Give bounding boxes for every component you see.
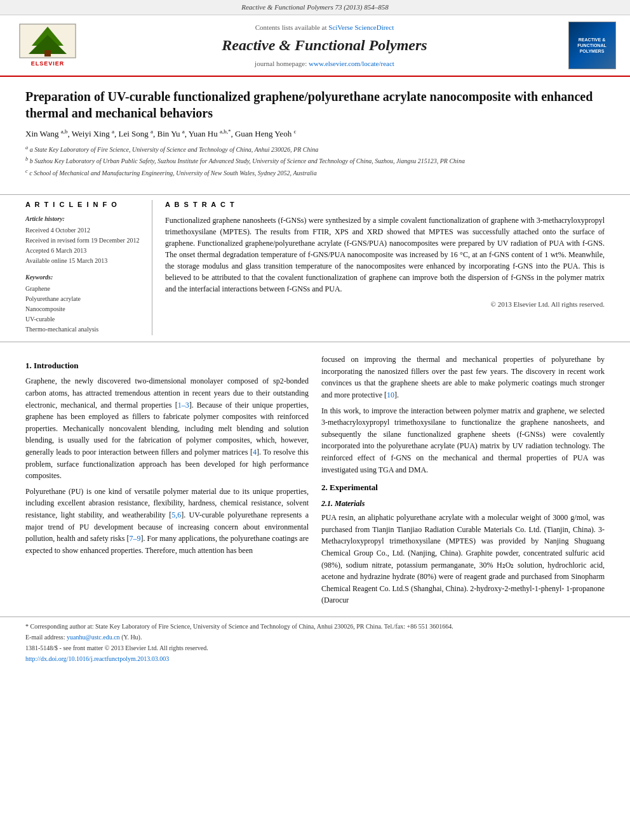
body-area: 1. Introduction Graphene, the newly disc… bbox=[0, 347, 630, 617]
keyword-4: UV-curable bbox=[25, 315, 142, 324]
abstract-text: Functionalized graphene nanosheets (f-GN… bbox=[165, 215, 605, 295]
history-revised: Received in revised form 19 December 201… bbox=[25, 236, 142, 245]
footnote-area: * Corresponding author at: State Key Lab… bbox=[0, 617, 630, 670]
materials-text: PUA resin, an aliphatic polyurethane acr… bbox=[321, 512, 605, 606]
article-info-column: A R T I C L E I N F O Article history: R… bbox=[25, 200, 152, 335]
ref-4[interactable]: 4 bbox=[253, 448, 257, 457]
keywords-label: Keywords: bbox=[25, 273, 142, 282]
article-info-heading: A R T I C L E I N F O bbox=[25, 200, 142, 210]
sciverse-link-text: Contents lists available at SciVerse Sci… bbox=[89, 23, 560, 32]
abstract-heading: A B S T R A C T bbox=[165, 200, 605, 210]
svg-rect-3 bbox=[44, 50, 51, 57]
intro-para-4: In this work, to improve the interaction… bbox=[321, 405, 605, 476]
journal-homepage: journal homepage: www.elsevier.com/locat… bbox=[89, 59, 560, 69]
body-left-column: 1. Introduction Graphene, the newly disc… bbox=[25, 354, 309, 610]
divider-2 bbox=[0, 342, 630, 342]
affiliations: a a State Key Laboratory of Fire Science… bbox=[25, 144, 605, 178]
ref-10[interactable]: 10 bbox=[387, 390, 394, 399]
intro-para-3: focused on improving the thermal and mec… bbox=[321, 354, 605, 401]
rfp-logo: REACTIVE & FUNCTIONAL POLYMERS bbox=[568, 22, 616, 69]
keyword-1: Graphene bbox=[25, 284, 142, 293]
journal-title: Reactive & Functional Polymers bbox=[89, 35, 560, 57]
rfp-logo-text: REACTIVE & FUNCTIONAL POLYMERS bbox=[572, 37, 612, 54]
ref-1-3[interactable]: 1–3 bbox=[178, 401, 189, 410]
elsevier-label: ELSEVIER bbox=[31, 60, 65, 68]
intro-para-1: Graphene, the newly discovered two-dimen… bbox=[25, 375, 309, 481]
history-received: Received 4 October 2012 bbox=[25, 226, 142, 235]
affiliation-a: a a State Key Laboratory of Fire Science… bbox=[25, 144, 605, 154]
article-info-abstract: A R T I C L E I N F O Article history: R… bbox=[0, 200, 630, 335]
copyright-line: © 2013 Elsevier Ltd. All rights reserved… bbox=[165, 300, 605, 309]
email-link[interactable]: yuanhu@ustc.edu.cn bbox=[67, 634, 120, 641]
keyword-5: Thermo-mechanical analysis bbox=[25, 325, 142, 334]
ref-5-6[interactable]: 5,6 bbox=[171, 510, 181, 519]
footnote-issn: 1381-5148/$ - see front matter © 2013 El… bbox=[25, 644, 605, 653]
materials-heading: 2.1. Materials bbox=[321, 498, 605, 509]
history-label: Article history: bbox=[25, 215, 142, 223]
intro-heading: 1. Introduction bbox=[25, 360, 309, 371]
article-title: Preparation of UV-curable functionalized… bbox=[25, 88, 605, 121]
doi-link[interactable]: http://dx.doi.org/10.1016/j.reactfunctpo… bbox=[25, 655, 169, 662]
intro-para-2: Polyurethane (PU) is one kind of versati… bbox=[25, 486, 309, 557]
journal-citation: Reactive & Functional Polymers 73 (2013)… bbox=[241, 3, 389, 11]
keyword-2: Polyurethane acrylate bbox=[25, 295, 142, 303]
elsevier-logo-area: ELSEVIER bbox=[13, 23, 83, 68]
journal-center-info: Contents lists available at SciVerse Sci… bbox=[89, 23, 560, 69]
experimental-heading: 2. Experimental bbox=[321, 482, 605, 493]
footnote-corresponding: * Corresponding author at: State Key Lab… bbox=[25, 622, 605, 631]
footnote-email: E-mail address: yuanhu@ustc.edu.cn (Y. H… bbox=[25, 633, 605, 642]
history-online: Available online 15 March 2013 bbox=[25, 257, 142, 265]
affiliation-c: c c School of Mechanical and Manufacturi… bbox=[25, 168, 605, 178]
rfp-logo-area: REACTIVE & FUNCTIONAL POLYMERS bbox=[566, 22, 617, 69]
homepage-url[interactable]: www.elsevier.com/locate/react bbox=[309, 60, 394, 67]
affiliation-b: b b Suzhou Key Laboratory of Urban Publi… bbox=[25, 156, 605, 166]
abstract-column: A B S T R A C T Functionalized graphene … bbox=[165, 200, 605, 335]
keyword-3: Nanocomposite bbox=[25, 305, 142, 314]
sciverse-link[interactable]: SciVerse ScienceDirect bbox=[328, 23, 394, 31]
elsevier-tree-image bbox=[19, 23, 76, 58]
journal-header: ELSEVIER Contents lists available at Sci… bbox=[0, 15, 630, 77]
top-bar: Reactive & Functional Polymers 73 (2013)… bbox=[0, 0, 630, 15]
article-title-area: Preparation of UV-curable functionalized… bbox=[0, 77, 630, 189]
body-right-column: focused on improving the thermal and mec… bbox=[321, 354, 605, 610]
article-authors: Xin Wang a,b, Weiyi Xing a, Lei Song a, … bbox=[25, 128, 605, 140]
footnote-doi: http://dx.doi.org/10.1016/j.reactfunctpo… bbox=[25, 655, 605, 663]
ref-7-9[interactable]: 7–9 bbox=[129, 534, 140, 543]
history-accepted: Accepted 6 March 2013 bbox=[25, 246, 142, 255]
divider-1 bbox=[0, 194, 630, 195]
